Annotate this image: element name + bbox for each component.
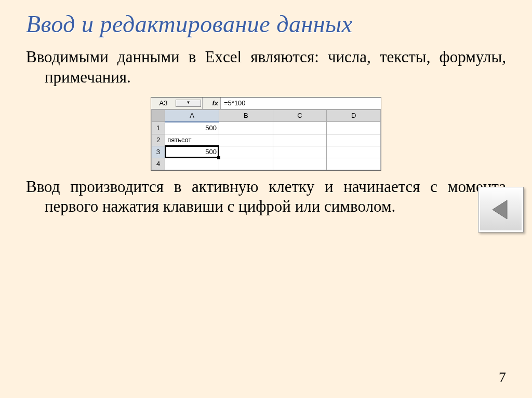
col-header-C[interactable]: C	[273, 109, 327, 122]
cell-D3[interactable]	[327, 146, 381, 158]
col-header-D[interactable]: D	[327, 109, 381, 122]
cell-A4[interactable]	[165, 158, 219, 170]
cell-B3[interactable]	[219, 146, 273, 158]
svg-marker-0	[493, 200, 507, 219]
back-button[interactable]	[478, 187, 524, 232]
select-all-corner[interactable]	[152, 109, 165, 122]
cell-B4[interactable]	[219, 158, 273, 170]
cell-C1[interactable]	[273, 122, 327, 134]
name-box[interactable]: A3 ▼	[151, 98, 203, 109]
formula-input[interactable]: =5*100	[221, 98, 381, 109]
cell-A1[interactable]: 500	[165, 122, 219, 134]
cell-D2[interactable]	[327, 134, 381, 146]
formula-bar: A3 ▼ fx =5*100	[151, 98, 381, 109]
paragraph-2: Ввод производится в активную клетку и на…	[45, 177, 506, 217]
back-arrow-icon	[488, 197, 513, 222]
row-header-3[interactable]: 3	[152, 146, 165, 158]
page-number: 7	[499, 369, 506, 386]
row-header-2[interactable]: 2	[152, 134, 165, 146]
row-header-4[interactable]: 4	[152, 158, 165, 170]
paragraph-1: Вводимыми данными в Excel являются: числ…	[45, 47, 506, 88]
col-header-A[interactable]: A	[165, 109, 219, 122]
cell-C3[interactable]	[273, 146, 327, 158]
cell-D4[interactable]	[327, 158, 381, 170]
worksheet-grid: A B C D 1 500 2 пятьсот 3 500 4	[151, 109, 381, 170]
cell-B1[interactable]	[219, 122, 273, 134]
name-box-dropdown-icon[interactable]: ▼	[176, 100, 201, 107]
cell-D1[interactable]	[327, 122, 381, 134]
col-header-B[interactable]: B	[219, 109, 273, 122]
cell-B2[interactable]	[219, 134, 273, 146]
cell-A2[interactable]: пятьсот	[165, 134, 219, 146]
excel-screenshot: A3 ▼ fx =5*100 A B C D 1 500 2 пятьсот	[151, 97, 381, 171]
fx-label[interactable]: fx	[203, 98, 221, 109]
cell-C4[interactable]	[273, 158, 327, 170]
cell-A3-active[interactable]: 500	[165, 146, 219, 158]
slide-title: Ввод и редактирование данных	[26, 10, 506, 38]
cell-C2[interactable]	[273, 134, 327, 146]
name-box-value: A3	[151, 99, 176, 107]
row-header-1[interactable]: 1	[152, 122, 165, 134]
